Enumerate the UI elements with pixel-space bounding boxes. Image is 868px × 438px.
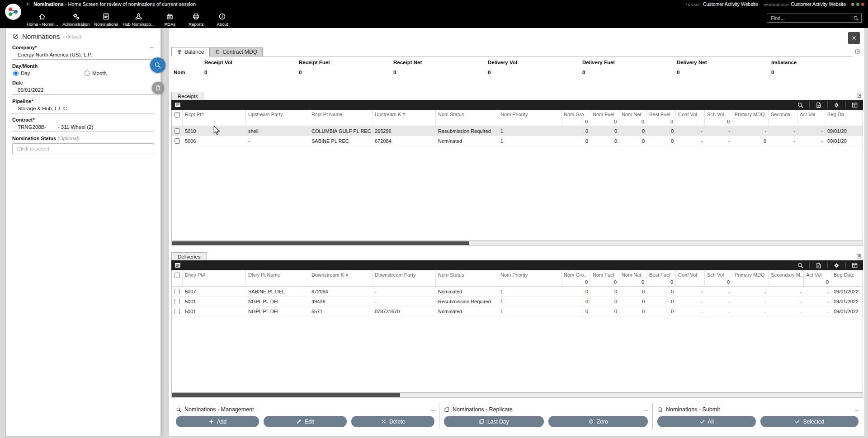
grid-settings-icon[interactable] [833, 102, 840, 108]
receipts-tab[interactable]: Receipts [171, 92, 204, 100]
tab-balance[interactable]: Balance [171, 47, 209, 57]
selected-button[interactable]: Selected [760, 416, 859, 427]
column-header[interactable]: Beg Da.. [827, 111, 863, 118]
grid-export-icon[interactable] [815, 262, 822, 269]
column-header[interactable]: Nom Net [622, 272, 644, 278]
collapse-panel-icon[interactable]: – [431, 407, 434, 412]
collapse-field-icon[interactable] [149, 45, 154, 50]
horizontal-scrollbar[interactable] [171, 393, 863, 398]
menu-item-nominations[interactable]: Nominations [92, 8, 120, 28]
find-input[interactable] [767, 14, 862, 23]
zero-button[interactable]: Zero [548, 416, 648, 427]
window-control-icon[interactable] [851, 3, 854, 6]
column-header[interactable]: Sch Vol [707, 111, 730, 118]
column-header[interactable]: Conf Vol [678, 111, 702, 118]
column-header[interactable]: Best Fuel [649, 272, 673, 278]
column-header[interactable]: Act Vol [806, 272, 829, 278]
column-header[interactable]: Secondary M... [771, 272, 801, 278]
menu-item-home-nomin[interactable]: Home - Nomin... [24, 8, 60, 28]
grid-export-icon[interactable] [815, 102, 822, 108]
expand-section-icon[interactable] [856, 93, 862, 99]
column-header[interactable]: Nom Fuel [593, 272, 617, 278]
column-header[interactable]: Best Fuel [649, 111, 673, 118]
column-header[interactable]: Primary MDQ [735, 272, 766, 278]
row-checkbox[interactable] [175, 299, 180, 304]
column-header[interactable]: Dlvry Pt# [185, 272, 243, 278]
delete-button[interactable]: Delete [351, 416, 434, 427]
last-day-button[interactable]: Last Day [444, 416, 544, 427]
window-control-icon[interactable] [856, 3, 859, 6]
table-row[interactable]: 5007SABINE PL DEL672084-Nominated10000--… [172, 287, 863, 297]
grid-menu-icon[interactable] [174, 262, 181, 269]
select-all-checkbox[interactable] [175, 273, 180, 278]
grid-settings-icon[interactable] [833, 262, 840, 269]
column-header[interactable]: Upstream Party [248, 111, 307, 118]
scrollbar-thumb[interactable] [172, 393, 400, 397]
contract-input[interactable]: TRNG208B- - 311 Wheel (2) [12, 122, 154, 132]
report-button[interactable] [152, 82, 164, 94]
table-row[interactable]: 5001NGPL PL DEL49436-Resubmission Requir… [172, 297, 863, 306]
row-checkbox[interactable] [175, 289, 180, 294]
menu-item-reports[interactable]: Reports [183, 8, 209, 28]
column-header[interactable]: Nom Gro.. [564, 272, 588, 278]
date-input[interactable]: 09/01/2022 [12, 85, 154, 95]
column-header[interactable]: Upstream K # [375, 111, 433, 118]
company-input[interactable]: Energy North America (US), L.P. [12, 50, 154, 60]
window-controls[interactable] [851, 3, 864, 6]
column-header[interactable]: Nom Status [438, 272, 495, 278]
menu-item-hub-nominatio[interactable]: Hub Nominatio... [120, 8, 157, 28]
row-checkbox[interactable] [175, 128, 180, 134]
scrollbar-thumb[interactable] [172, 241, 469, 245]
row-checkbox[interactable] [175, 309, 180, 314]
select-all-checkbox[interactable] [175, 112, 180, 118]
edit-button[interactable]: Edit [264, 416, 347, 427]
menu-item-about[interactable]: About [209, 8, 236, 28]
column-header[interactable]: Nom Net [622, 111, 644, 118]
grid-columns-icon[interactable] [851, 102, 858, 108]
table-row[interactable]: 5001NGPL PL DEL5571078731670Nominated100… [172, 306, 863, 316]
column-header[interactable]: Nom Status [438, 111, 495, 118]
deliveries-tab[interactable]: Deliveries [171, 252, 207, 260]
column-header[interactable]: Dlvry Pt Name [248, 272, 307, 278]
menu-item-administration[interactable]: Administration [60, 8, 92, 28]
grid-search-icon[interactable] [797, 262, 804, 269]
column-header[interactable]: Nom Fuel [593, 111, 617, 118]
column-header[interactable]: Nom Priority [500, 272, 559, 278]
column-header[interactable]: Rcpt Pt# [185, 111, 243, 118]
all-button[interactable]: All [657, 416, 756, 427]
column-header[interactable]: Beg Date [834, 272, 863, 278]
column-header[interactable]: Downstream K # [311, 272, 370, 278]
collapse-panel-icon[interactable]: – [855, 407, 859, 412]
day-radio[interactable]: Day [13, 71, 85, 76]
app-logo-icon [5, 3, 22, 20]
column-header[interactable]: Sch Vol [707, 272, 730, 278]
column-header[interactable]: Conf Vol [678, 272, 702, 278]
grid-columns-icon[interactable] [851, 262, 858, 269]
column-header[interactable]: Act Vol [800, 111, 822, 118]
add-button[interactable]: Add [176, 416, 259, 427]
column-header[interactable]: Nom Priority [500, 111, 559, 118]
menu-item-pdas[interactable]: PDAs [157, 8, 183, 28]
collapse-panel-icon[interactable]: – [644, 407, 648, 412]
horizontal-scrollbar[interactable] [171, 241, 863, 246]
tab-contract-mdq[interactable]: Contract MDQ [209, 47, 263, 57]
search-icon[interactable] [853, 15, 859, 21]
column-header[interactable]: Nom Gro.. [564, 111, 588, 118]
pipeline-input[interactable]: Storage & Hub, L.L.C. [12, 104, 154, 113]
table-row[interactable]: 5010shellCOLUMBIA GULF PL REC265296Resub… [172, 126, 863, 136]
column-header[interactable]: Rcpt Pt Name [311, 111, 370, 118]
column-header[interactable]: Primary MDQ [735, 111, 766, 118]
expand-section-icon[interactable] [856, 254, 862, 259]
expand-section-icon[interactable] [855, 49, 860, 54]
column-header[interactable]: Seconda.. [771, 111, 795, 118]
window-control-icon[interactable] [861, 3, 864, 6]
month-radio[interactable]: Month [85, 71, 107, 76]
run-search-button[interactable] [150, 57, 165, 73]
grid-search-icon[interactable] [797, 102, 804, 108]
row-checkbox[interactable] [175, 138, 180, 144]
nomination-status-select[interactable]: Click to select [12, 143, 154, 154]
close-button[interactable] [848, 32, 860, 44]
column-header[interactable]: Downstream Party [375, 272, 433, 278]
grid-menu-icon[interactable] [174, 101, 181, 108]
table-row[interactable]: 5006-SABINE PL REC672084Nominated10000--… [172, 136, 863, 146]
